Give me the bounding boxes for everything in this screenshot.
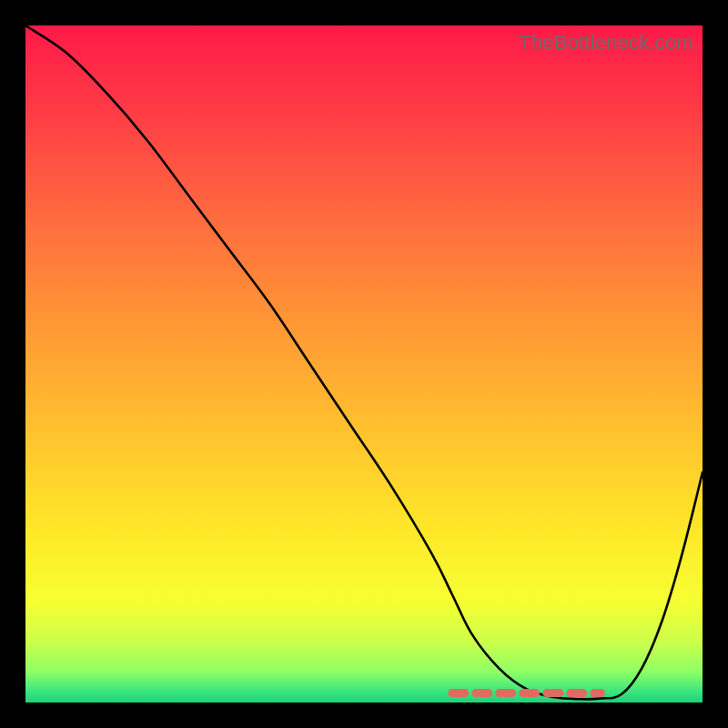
outer-black-frame: TheBottleneck.com xyxy=(0,0,728,728)
curve-layer xyxy=(25,25,703,703)
watermark-text: TheBottleneck.com xyxy=(519,31,693,55)
plot-area: TheBottleneck.com xyxy=(25,25,703,703)
bottleneck-curve xyxy=(25,25,703,699)
